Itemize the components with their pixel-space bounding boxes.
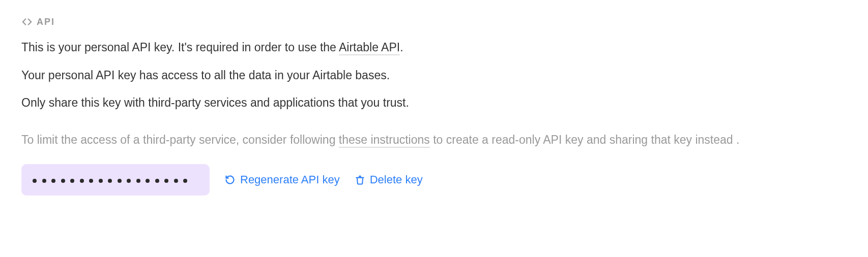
section-header: API [21,16,847,27]
api-key-masked [33,179,187,183]
description-line-2: Your personal API key has access to all … [21,67,847,84]
code-icon [21,16,33,27]
instructions-link[interactable]: these instructions [339,133,430,148]
description-muted-text: To limit the access of a third-party ser… [21,133,339,146]
api-key-field[interactable] [21,164,210,196]
section-title: API [37,17,55,27]
airtable-api-link[interactable]: Airtable API [339,41,400,55]
description-muted: To limit the access of a third-party ser… [21,131,846,149]
description-text: This is your personal API key. It's requ… [21,41,339,54]
description-text: . [400,41,403,54]
refresh-icon [225,175,235,185]
api-key-row: Regenerate API key Delete key [21,164,847,196]
description-muted-text: to create a read-only API key and sharin… [430,133,740,146]
regenerate-key-label: Regenerate API key [240,173,340,186]
description-line-3: Only share this key with third-party ser… [21,94,847,112]
regenerate-key-button[interactable]: Regenerate API key [225,173,340,186]
trash-icon [355,175,365,185]
delete-key-button[interactable]: Delete key [355,173,423,186]
description-line-1: This is your personal API key. It's requ… [21,39,847,56]
delete-key-label: Delete key [370,173,423,186]
